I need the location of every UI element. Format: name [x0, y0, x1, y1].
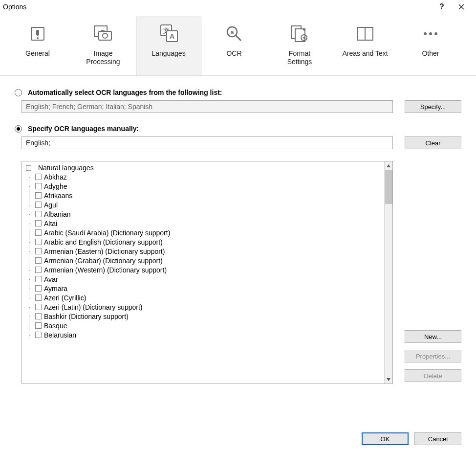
- language-tree[interactable]: − Natural languages AbkhazAdygheAfrikaan…: [22, 161, 393, 384]
- language-checkbox[interactable]: [35, 202, 42, 208]
- tabs-bar: General Image Processing 文A Languages a …: [0, 14, 476, 76]
- manual-select-row: Specify OCR languages manually:: [15, 125, 461, 133]
- properties-button[interactable]: Properties...: [405, 350, 461, 362]
- auto-select-label: Automatically select OCR languages from …: [28, 89, 222, 96]
- language-checkbox[interactable]: [35, 211, 42, 217]
- tab-other-label: Other: [422, 49, 439, 58]
- tree-item[interactable]: Altai: [35, 219, 384, 228]
- language-name: Armenian (Grabar) (Dictionary support): [44, 257, 163, 265]
- tree-item[interactable]: Bashkir (Dictionary support): [35, 312, 384, 321]
- language-checkbox[interactable]: [35, 304, 42, 310]
- tree-item[interactable]: Afrikaans: [35, 191, 384, 200]
- language-checkbox[interactable]: [35, 257, 42, 264]
- tree-item[interactable]: Aymara: [35, 284, 384, 293]
- tree-item[interactable]: Basque: [35, 321, 384, 330]
- language-name: Bashkir (Dictionary support): [44, 313, 129, 320]
- scroll-down-icon[interactable]: [385, 375, 392, 384]
- tree-item[interactable]: Azeri (Cyrillic): [35, 293, 384, 302]
- tree-item[interactable]: Abkhaz: [35, 172, 384, 181]
- general-icon: [28, 24, 47, 44]
- tab-format-settings[interactable]: Format Settings: [267, 17, 332, 75]
- tab-general[interactable]: General: [5, 17, 70, 75]
- tree-item[interactable]: Armenian (Grabar) (Dictionary support): [35, 256, 384, 265]
- languages-icon: 文A: [159, 24, 178, 44]
- scroll-up-icon[interactable]: [385, 161, 392, 170]
- tab-image-processing[interactable]: Image Processing: [70, 17, 136, 75]
- auto-languages-field[interactable]: English; French; German; Italian; Spanis…: [22, 100, 393, 113]
- svg-rect-3: [36, 30, 39, 36]
- svg-point-25: [434, 32, 437, 35]
- language-checkbox[interactable]: [35, 322, 42, 329]
- scroll-thumb[interactable]: [385, 170, 392, 204]
- manual-select-radio[interactable]: [15, 125, 22, 133]
- tree-item[interactable]: Avar: [35, 274, 384, 284]
- tab-other[interactable]: Other: [398, 17, 463, 75]
- manual-languages-value: English;: [26, 139, 50, 147]
- language-checkbox[interactable]: [35, 285, 42, 292]
- language-checkbox[interactable]: [35, 229, 42, 236]
- language-checkbox[interactable]: [35, 267, 42, 273]
- help-icon: ?: [439, 2, 444, 11]
- language-checkbox[interactable]: [35, 220, 42, 226]
- language-checkbox[interactable]: [35, 313, 42, 319]
- cancel-button[interactable]: Cancel: [414, 432, 461, 445]
- tab-ocr-label: OCR: [226, 49, 241, 58]
- tree-scrollbar[interactable]: [384, 161, 392, 384]
- new-button[interactable]: New...: [405, 330, 461, 343]
- language-checkbox[interactable]: [35, 276, 42, 282]
- tab-general-label: General: [25, 49, 50, 58]
- language-name: Armenian (Eastern) (Dictionary support): [44, 248, 165, 255]
- tree-item[interactable]: Arabic (Saudi Arabia) (Dictionary suppor…: [35, 228, 384, 237]
- tree-item[interactable]: Armenian (Western) (Dictionary support): [35, 265, 384, 274]
- close-button[interactable]: [452, 1, 471, 13]
- ocr-icon: a: [224, 24, 244, 44]
- svg-text:a: a: [231, 29, 234, 36]
- tree-item[interactable]: Armenian (Eastern) (Dictionary support): [35, 247, 384, 256]
- delete-button[interactable]: Delete: [405, 369, 461, 382]
- language-checkbox[interactable]: [35, 183, 42, 189]
- language-checkbox[interactable]: [35, 248, 42, 254]
- clear-button[interactable]: Clear: [405, 136, 461, 149]
- language-name: Basque: [44, 322, 67, 330]
- auto-languages-value: English; French; German; Italian; Spanis…: [26, 103, 152, 111]
- tree-root-node[interactable]: − Natural languages: [26, 163, 384, 172]
- language-checkbox[interactable]: [35, 192, 42, 199]
- tab-languages[interactable]: 文A Languages: [136, 17, 201, 75]
- svg-rect-8: [101, 30, 105, 32]
- language-name: Arabic and English (Dictionary support): [44, 238, 163, 246]
- specify-button[interactable]: Specify...: [405, 100, 461, 113]
- svg-marker-26: [387, 164, 390, 167]
- auto-select-radio[interactable]: [15, 89, 22, 96]
- collapse-icon[interactable]: −: [26, 165, 31, 171]
- language-checkbox[interactable]: [35, 294, 42, 301]
- language-name: Aymara: [44, 285, 67, 293]
- auto-select-row: Automatically select OCR languages from …: [15, 89, 461, 96]
- svg-line-14: [236, 35, 241, 41]
- ok-button[interactable]: OK: [362, 432, 409, 445]
- other-icon: [421, 24, 440, 44]
- tree-item[interactable]: Belarusian: [35, 330, 384, 339]
- tree-item[interactable]: Arabic and English (Dictionary support): [35, 237, 384, 247]
- language-checkbox[interactable]: [35, 332, 42, 338]
- language-name: Azeri (Latin) (Dictionary support): [44, 303, 143, 311]
- tab-image-processing-label: Image Processing: [86, 49, 120, 66]
- tree-root-label: Natural languages: [38, 164, 94, 172]
- tree-item[interactable]: Azeri (Latin) (Dictionary support): [35, 302, 384, 312]
- language-checkbox[interactable]: [35, 239, 42, 245]
- tree-item[interactable]: Agul: [35, 200, 384, 209]
- svg-rect-6: [99, 31, 111, 40]
- svg-point-23: [424, 32, 427, 35]
- language-name: Belarusian: [44, 331, 76, 339]
- manual-languages-field[interactable]: English;: [22, 136, 393, 149]
- language-checkbox[interactable]: [35, 174, 42, 180]
- svg-point-24: [429, 32, 432, 35]
- tab-ocr[interactable]: a OCR: [201, 17, 267, 75]
- tree-item[interactable]: Adyghe: [35, 181, 384, 191]
- help-button[interactable]: ?: [432, 1, 452, 13]
- tab-languages-label: Languages: [151, 49, 185, 58]
- language-name: Agul: [44, 201, 58, 209]
- close-icon: [458, 4, 464, 10]
- tab-areas-and-text[interactable]: Areas and Text: [332, 17, 398, 75]
- tree-item[interactable]: Albanian: [35, 209, 384, 219]
- areas-and-text-icon: [355, 24, 375, 44]
